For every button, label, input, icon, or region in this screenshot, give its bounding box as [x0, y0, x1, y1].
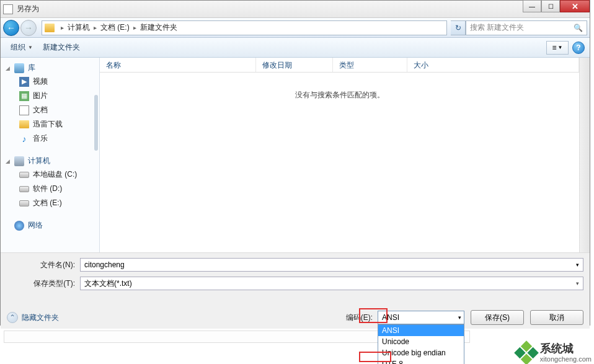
cancel-button[interactable]: 取消 — [530, 310, 583, 325]
sidebar-item-disk-e[interactable]: 文档 (E:) — [1, 196, 99, 210]
folder-icon — [45, 24, 55, 32]
chevron-up-icon: ⌃ — [7, 312, 18, 323]
search-input[interactable]: 搜索 新建文件夹 🔍 — [466, 20, 587, 35]
organize-menu[interactable]: 组织 ▼ — [6, 41, 38, 54]
search-icon[interactable]: 🔍 — [574, 24, 583, 32]
refresh-button[interactable]: ↻ — [451, 20, 466, 35]
watermark-logo-icon — [514, 340, 539, 364]
bottom-panel: 文件名(N): citongcheng▾ 保存类型(T): 文本文档(*.txt… — [1, 252, 590, 329]
disk-icon — [19, 172, 29, 178]
folder-icon — [19, 120, 29, 128]
help-button[interactable]: ? — [572, 42, 585, 54]
dropdown-option-utf8[interactable]: UTF-8 — [378, 358, 464, 364]
chevron-right-icon: ▸ — [61, 24, 64, 31]
filetype-combo[interactable]: 文本文档(*.txt)▾ — [80, 277, 583, 290]
content-area: ◢库 ▶视频 ▦图片 文档 迅雷下载 ♪音乐 ◢计算机 本地磁盘 (C:) 软件… — [1, 58, 590, 252]
breadcrumb-item[interactable]: 新建文件夹 — [140, 22, 177, 33]
new-folder-button[interactable]: 新建文件夹 — [38, 41, 85, 54]
chevron-right-icon: ▸ — [94, 24, 97, 31]
picture-icon: ▦ — [19, 91, 29, 101]
watermark: 系统城 xitongcheng.com — [518, 343, 592, 363]
video-icon: ▶ — [19, 77, 29, 87]
dropdown-option-ansi[interactable]: ANSI — [378, 325, 464, 336]
sidebar-item-disk-d[interactable]: 软件 (D:) — [1, 182, 99, 196]
column-headers: 名称 修改日期 类型 大小 — [100, 58, 579, 73]
column-size[interactable]: 大小 — [407, 58, 579, 72]
filename-input[interactable]: citongcheng▾ — [80, 258, 583, 272]
chevron-right-icon: ▸ — [133, 24, 136, 31]
save-button[interactable]: 保存(S) — [471, 310, 524, 325]
sidebar-item-pictures[interactable]: ▦图片 — [1, 89, 99, 103]
disk-icon — [19, 186, 29, 192]
sidebar-item-music[interactable]: ♪音乐 — [1, 131, 99, 146]
sidebar-item-libraries[interactable]: ◢库 — [1, 61, 99, 74]
encoding-label: 编码(E): — [346, 313, 373, 323]
scrollbar-thumb[interactable] — [94, 95, 98, 151]
breadcrumb-item[interactable]: 计算机 — [68, 22, 90, 33]
column-modified[interactable]: 修改日期 — [256, 58, 333, 72]
encoding-combo[interactable]: ANSI ▾ ANSI Unicode Unicode big endian U… — [378, 311, 464, 324]
network-icon — [14, 221, 24, 231]
dropdown-option-unicode[interactable]: Unicode — [378, 336, 464, 347]
minimize-button[interactable]: — — [523, 0, 541, 12]
column-type[interactable]: 类型 — [333, 58, 407, 72]
column-name[interactable]: 名称 — [100, 58, 256, 72]
breadcrumb-item[interactable]: 文档 (E:) — [100, 22, 130, 33]
window-controls: — ☐ ✕ — [523, 0, 590, 12]
music-icon: ♪ — [19, 134, 29, 144]
hide-folders-link[interactable]: ⌃ 隐藏文件夹 — [7, 312, 59, 323]
encoding-dropdown: ANSI Unicode Unicode big endian UTF-8 — [378, 324, 464, 364]
watermark-title: 系统城 — [540, 343, 592, 355]
vertical-scrollbar[interactable] — [579, 58, 590, 252]
filetype-label: 保存类型(T): — [7, 278, 80, 289]
filename-label: 文件名(N): — [7, 260, 80, 270]
back-button[interactable]: ← — [3, 20, 19, 36]
sidebar-item-computer[interactable]: ◢计算机 — [1, 154, 99, 167]
forward-button[interactable]: → — [20, 20, 37, 36]
window-title: 另存为 — [17, 4, 39, 14]
save-as-dialog: 另存为 — ☐ ✕ ← → ▸ 计算机 ▸ 文档 (E:) ▸ 新建文件夹 ↻ … — [0, 0, 590, 326]
view-options-button[interactable]: ≡ ▼ — [546, 41, 569, 55]
breadcrumb[interactable]: ▸ 计算机 ▸ 文档 (E:) ▸ 新建文件夹 — [42, 20, 447, 35]
dropdown-option-unicode-be[interactable]: Unicode big endian — [378, 347, 464, 358]
libraries-icon — [14, 63, 24, 73]
document-icon — [19, 105, 29, 115]
navigation-bar: ← → ▸ 计算机 ▸ 文档 (E:) ▸ 新建文件夹 ↻ 搜索 新建文件夹 🔍 — [1, 18, 590, 38]
maximize-button[interactable]: ☐ — [541, 0, 560, 12]
titlebar: 另存为 — ☐ ✕ — [1, 1, 590, 18]
search-placeholder: 搜索 新建文件夹 — [470, 22, 524, 33]
sidebar-item-disk-c[interactable]: 本地磁盘 (C:) — [1, 167, 99, 182]
chevron-down-icon: ▾ — [576, 280, 579, 286]
disk-icon — [19, 200, 29, 206]
sidebar-item-network[interactable]: 网络 — [1, 219, 99, 232]
chevron-down-icon: ▾ — [458, 314, 461, 321]
document-icon — [3, 4, 13, 14]
toolbar: 组织 ▼ 新建文件夹 ≡ ▼ ? — [1, 38, 590, 58]
sidebar-item-videos[interactable]: ▶视频 — [1, 74, 99, 89]
close-button[interactable]: ✕ — [560, 0, 590, 12]
chevron-down-icon: ▼ — [28, 45, 33, 50]
computer-icon — [14, 156, 24, 166]
sidebar-item-thunder[interactable]: 迅雷下载 — [1, 117, 99, 131]
empty-message: 没有与搜索条件匹配的项。 — [100, 73, 579, 252]
sidebar-item-documents[interactable]: 文档 — [1, 103, 99, 117]
sidebar: ◢库 ▶视频 ▦图片 文档 迅雷下载 ♪音乐 ◢计算机 本地磁盘 (C:) 软件… — [1, 58, 100, 252]
watermark-url: xitongcheng.com — [540, 355, 592, 363]
file-list: 名称 修改日期 类型 大小 没有与搜索条件匹配的项。 — [100, 58, 579, 252]
